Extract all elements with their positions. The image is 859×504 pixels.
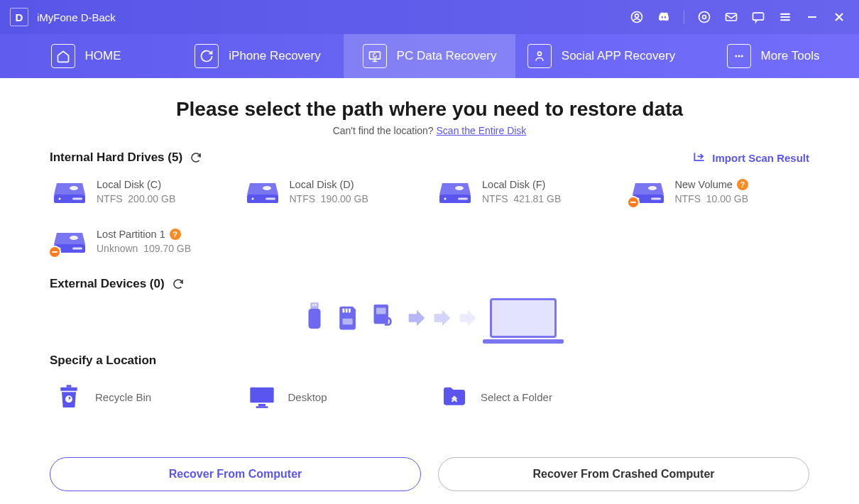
svg-point-10 bbox=[740, 55, 743, 57]
minimize-button[interactable] bbox=[805, 10, 819, 24]
drive-meta: NTFS 190.00 GB bbox=[290, 193, 368, 204]
svg-point-9 bbox=[738, 55, 740, 57]
svg-rect-4 bbox=[726, 13, 737, 21]
location-recycle-bin[interactable]: Recycle Bin bbox=[50, 378, 231, 416]
external-hdd-icon bbox=[371, 300, 395, 336]
feedback-icon[interactable] bbox=[751, 10, 765, 24]
svg-rect-34 bbox=[374, 305, 388, 324]
hard-drive-icon bbox=[438, 180, 472, 206]
main-content: Please select the path where you need to… bbox=[0, 78, 859, 457]
drive-name: Local Disk (C) bbox=[97, 179, 175, 190]
tab-iphone-recovery[interactable]: iPhone Recovery bbox=[172, 34, 344, 78]
nav-bar: HOME iPhone Recovery PC Data Recovery So… bbox=[0, 34, 859, 78]
svg-point-18 bbox=[444, 198, 447, 200]
drive-item[interactable]: Local Disk (F) NTFS 421.81 GB bbox=[435, 176, 617, 209]
svg-rect-19 bbox=[458, 198, 468, 200]
footer-buttons: Recover From Computer Recover From Crash… bbox=[0, 457, 859, 504]
svg-rect-39 bbox=[250, 388, 273, 403]
subtitle-prefix: Can't find the location? bbox=[333, 125, 437, 136]
svg-rect-37 bbox=[60, 388, 77, 391]
close-button[interactable] bbox=[832, 10, 846, 24]
svg-point-3 bbox=[703, 16, 706, 19]
tab-social-recovery[interactable]: Social APP Recovery bbox=[515, 34, 687, 78]
pc-recovery-icon bbox=[363, 44, 387, 68]
drive-item[interactable]: Local Disk (C) NTFS 200.00 GB bbox=[50, 176, 231, 209]
svg-rect-16 bbox=[266, 198, 275, 200]
account-icon[interactable] bbox=[630, 10, 644, 24]
svg-point-36 bbox=[385, 324, 387, 326]
drive-item[interactable]: New Volume ? NTFS 10.00 GB bbox=[628, 176, 810, 209]
drive-name: Local Disk (F) bbox=[482, 179, 561, 190]
import-label: Import Scan Result bbox=[712, 152, 809, 164]
svg-rect-30 bbox=[343, 309, 345, 313]
hard-drive-icon bbox=[53, 230, 87, 256]
location-desktop[interactable]: Desktop bbox=[243, 378, 425, 416]
help-badge-icon[interactable]: ? bbox=[737, 179, 748, 190]
arrows-icon bbox=[405, 306, 480, 330]
import-scan-result-link[interactable]: Import Scan Result bbox=[692, 150, 809, 165]
internal-drives-title: Internal Hard Drives (5) bbox=[50, 150, 182, 165]
location-label: Desktop bbox=[288, 391, 327, 403]
svg-point-12 bbox=[59, 198, 61, 200]
drive-item[interactable]: Local Disk (D) NTFS 190.00 GB bbox=[243, 176, 425, 209]
svg-rect-32 bbox=[349, 309, 351, 313]
svg-point-2 bbox=[699, 12, 710, 23]
svg-rect-26 bbox=[310, 302, 318, 309]
refresh-drives-button[interactable] bbox=[190, 151, 202, 164]
help-badge-icon[interactable]: ? bbox=[170, 229, 181, 240]
refresh-external-button[interactable] bbox=[172, 278, 185, 290]
import-icon bbox=[692, 150, 706, 165]
app-logo: D bbox=[10, 8, 28, 26]
drive-grid: Local Disk (C) NTFS 200.00 GB Local Disk… bbox=[50, 176, 809, 258]
tab-label: HOME bbox=[85, 49, 121, 63]
app-window: D iMyFone D-Back bbox=[0, 0, 859, 504]
recover-from-crashed-button[interactable]: Recover From Crashed Computer bbox=[438, 457, 809, 491]
svg-rect-27 bbox=[312, 304, 314, 306]
tab-home[interactable]: HOME bbox=[0, 34, 172, 78]
tab-label: More Tools bbox=[761, 49, 820, 63]
drive-meta: Unknown 109.70 GB bbox=[97, 243, 191, 254]
discord-icon[interactable] bbox=[657, 10, 671, 24]
social-icon bbox=[527, 44, 552, 68]
external-illustration bbox=[50, 298, 809, 338]
recover-from-computer-button[interactable]: Recover From Computer bbox=[50, 457, 421, 491]
warn-badge-icon bbox=[48, 246, 61, 258]
app-title: iMyFone D-Back bbox=[37, 11, 116, 23]
menu-icon[interactable] bbox=[778, 10, 792, 24]
specify-location-title: Specify a Location bbox=[50, 354, 156, 368]
svg-rect-6 bbox=[369, 52, 380, 59]
drive-meta: NTFS 200.00 GB bbox=[97, 193, 175, 204]
svg-rect-25 bbox=[72, 248, 82, 250]
drive-name: New Volume ? bbox=[675, 179, 748, 190]
svg-rect-40 bbox=[258, 404, 266, 406]
recycle-bin-icon bbox=[54, 382, 84, 412]
hard-drive-icon bbox=[53, 180, 87, 206]
external-devices-title: External Devices (0) bbox=[50, 277, 165, 291]
svg-rect-33 bbox=[343, 319, 353, 325]
tab-more-tools[interactable]: More Tools bbox=[687, 34, 859, 78]
title-bar: D iMyFone D-Back bbox=[0, 0, 859, 34]
svg-rect-31 bbox=[346, 309, 348, 313]
location-label: Select a Folder bbox=[481, 391, 552, 403]
more-icon bbox=[727, 44, 751, 68]
warn-badge-icon bbox=[627, 196, 640, 209]
tab-pc-recovery[interactable]: PC Data Recovery bbox=[344, 34, 515, 78]
settings-gear-icon[interactable] bbox=[697, 10, 711, 24]
svg-rect-29 bbox=[309, 309, 321, 329]
location-select-folder[interactable]: Select a Folder bbox=[435, 378, 617, 416]
drive-item[interactable]: Lost Partition 1 ? Unknown 109.70 GB bbox=[50, 226, 231, 258]
drive-meta: NTFS 10.00 GB bbox=[675, 193, 748, 204]
scan-entire-disk-link[interactable]: Scan the Entire Disk bbox=[437, 125, 527, 136]
location-label: Recycle Bin bbox=[95, 391, 151, 403]
svg-rect-13 bbox=[72, 198, 82, 200]
svg-point-7 bbox=[537, 52, 541, 55]
page-title: Please select the path where you need to… bbox=[50, 98, 809, 121]
svg-rect-38 bbox=[67, 385, 72, 387]
hard-drive-icon bbox=[246, 180, 280, 206]
mail-icon[interactable] bbox=[724, 10, 738, 24]
tab-label: Social APP Recovery bbox=[562, 49, 675, 63]
svg-rect-41 bbox=[256, 406, 268, 408]
home-icon bbox=[51, 44, 75, 68]
svg-point-15 bbox=[251, 198, 253, 200]
svg-rect-28 bbox=[315, 304, 317, 306]
